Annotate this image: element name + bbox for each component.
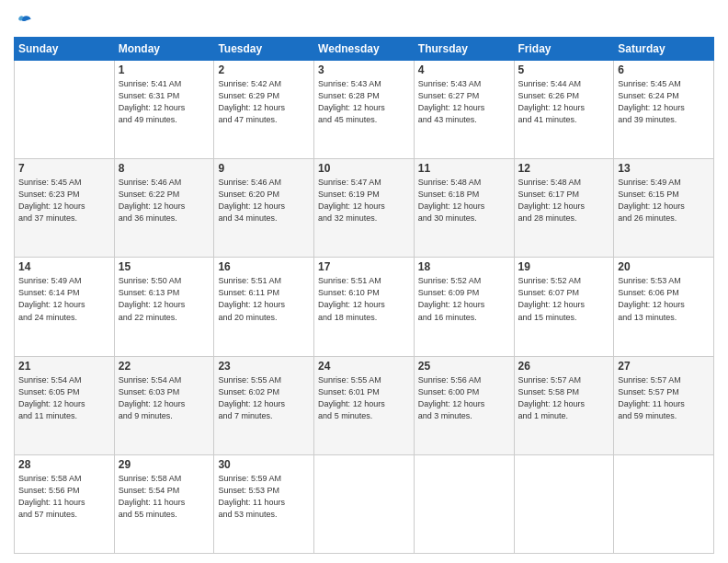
day-info: Sunrise: 5:50 AM Sunset: 6:13 PM Dayligh… (119, 275, 210, 323)
day-number: 24 (318, 360, 410, 373)
day-info: Sunrise: 5:48 AM Sunset: 6:18 PM Dayligh… (418, 177, 510, 224)
calendar-cell: 24Sunrise: 5:55 AM Sunset: 6:01 PM Dayli… (314, 356, 415, 454)
day-info: Sunrise: 5:59 AM Sunset: 5:53 PM Dayligh… (218, 473, 310, 521)
day-info: Sunrise: 5:45 AM Sunset: 6:24 PM Dayligh… (618, 78, 710, 126)
calendar-cell: 26Sunrise: 5:57 AM Sunset: 5:58 PM Dayli… (514, 356, 614, 454)
day-number: 27 (618, 360, 710, 373)
calendar-cell: 14Sunrise: 5:49 AM Sunset: 6:14 PM Dayli… (15, 258, 115, 356)
day-info: Sunrise: 5:42 AM Sunset: 6:29 PM Dayligh… (218, 78, 310, 126)
calendar-cell: 2Sunrise: 5:42 AM Sunset: 6:29 PM Daylig… (214, 61, 314, 159)
calendar-cell: 12Sunrise: 5:48 AM Sunset: 6:17 PM Dayli… (514, 159, 614, 258)
calendar-cell: 6Sunrise: 5:45 AM Sunset: 6:24 PM Daylig… (614, 61, 714, 159)
calendar-header-tuesday: Tuesday (214, 38, 314, 61)
day-number: 7 (18, 162, 110, 175)
calendar-cell: 25Sunrise: 5:56 AM Sunset: 6:00 PM Dayli… (414, 356, 514, 454)
day-info: Sunrise: 5:48 AM Sunset: 6:17 PM Dayligh… (518, 177, 610, 224)
calendar-header-saturday: Saturday (614, 38, 714, 61)
calendar-cell: 11Sunrise: 5:48 AM Sunset: 6:18 PM Dayli… (414, 159, 514, 258)
logo (14, 13, 34, 31)
day-number: 1 (119, 63, 210, 76)
day-info: Sunrise: 5:51 AM Sunset: 6:11 PM Dayligh… (218, 275, 310, 323)
page: SundayMondayTuesdayWednesdayThursdayFrid… (0, 0, 728, 563)
day-number: 20 (618, 260, 710, 273)
day-info: Sunrise: 5:41 AM Sunset: 6:31 PM Dayligh… (119, 78, 210, 126)
day-info: Sunrise: 5:52 AM Sunset: 6:07 PM Dayligh… (518, 275, 610, 323)
day-info: Sunrise: 5:58 AM Sunset: 5:54 PM Dayligh… (119, 473, 210, 521)
calendar-header-friday: Friday (514, 38, 614, 61)
calendar-header-sunday: Sunday (15, 38, 115, 61)
calendar-cell: 19Sunrise: 5:52 AM Sunset: 6:07 PM Dayli… (514, 258, 614, 356)
calendar-header-thursday: Thursday (414, 38, 514, 61)
day-info: Sunrise: 5:54 AM Sunset: 6:05 PM Dayligh… (18, 374, 110, 422)
day-info: Sunrise: 5:43 AM Sunset: 6:27 PM Dayligh… (418, 78, 510, 126)
day-info: Sunrise: 5:57 AM Sunset: 5:57 PM Dayligh… (618, 374, 710, 422)
calendar-cell: 5Sunrise: 5:44 AM Sunset: 6:26 PM Daylig… (514, 61, 614, 159)
calendar-cell: 17Sunrise: 5:51 AM Sunset: 6:10 PM Dayli… (314, 258, 415, 356)
calendar-cell (314, 454, 415, 553)
day-info: Sunrise: 5:49 AM Sunset: 6:14 PM Dayligh… (18, 275, 110, 323)
header (14, 9, 714, 31)
day-number: 30 (218, 458, 310, 471)
calendar-cell: 4Sunrise: 5:43 AM Sunset: 6:27 PM Daylig… (414, 61, 514, 159)
calendar-week-5: 28Sunrise: 5:58 AM Sunset: 5:56 PM Dayli… (15, 454, 714, 553)
calendar-cell: 15Sunrise: 5:50 AM Sunset: 6:13 PM Dayli… (114, 258, 214, 356)
day-number: 4 (418, 63, 510, 76)
day-number: 12 (518, 162, 610, 175)
calendar-cell: 10Sunrise: 5:47 AM Sunset: 6:19 PM Dayli… (314, 159, 415, 258)
day-info: Sunrise: 5:47 AM Sunset: 6:19 PM Dayligh… (318, 177, 410, 224)
calendar-cell: 16Sunrise: 5:51 AM Sunset: 6:11 PM Dayli… (214, 258, 314, 356)
day-info: Sunrise: 5:45 AM Sunset: 6:23 PM Dayligh… (18, 177, 110, 224)
day-number: 6 (618, 63, 710, 76)
day-info: Sunrise: 5:43 AM Sunset: 6:28 PM Dayligh… (318, 78, 410, 126)
day-number: 5 (518, 63, 610, 76)
day-number: 17 (318, 260, 410, 273)
calendar-cell: 1Sunrise: 5:41 AM Sunset: 6:31 PM Daylig… (114, 61, 214, 159)
calendar-cell: 29Sunrise: 5:58 AM Sunset: 5:54 PM Dayli… (114, 454, 214, 553)
day-info: Sunrise: 5:58 AM Sunset: 5:56 PM Dayligh… (18, 473, 110, 521)
day-number: 13 (618, 162, 710, 175)
day-info: Sunrise: 5:49 AM Sunset: 6:15 PM Dayligh… (618, 177, 710, 224)
day-number: 10 (318, 162, 410, 175)
calendar-header-row: SundayMondayTuesdayWednesdayThursdayFrid… (15, 38, 714, 61)
day-number: 9 (218, 162, 310, 175)
calendar-cell (514, 454, 614, 553)
day-info: Sunrise: 5:55 AM Sunset: 6:02 PM Dayligh… (218, 374, 310, 422)
calendar-cell: 8Sunrise: 5:46 AM Sunset: 6:22 PM Daylig… (114, 159, 214, 258)
calendar-cell: 27Sunrise: 5:57 AM Sunset: 5:57 PM Dayli… (614, 356, 714, 454)
calendar-cell: 7Sunrise: 5:45 AM Sunset: 6:23 PM Daylig… (15, 159, 115, 258)
day-info: Sunrise: 5:53 AM Sunset: 6:06 PM Dayligh… (618, 275, 710, 323)
day-number: 3 (318, 63, 410, 76)
day-info: Sunrise: 5:56 AM Sunset: 6:00 PM Dayligh… (418, 374, 510, 422)
day-info: Sunrise: 5:51 AM Sunset: 6:10 PM Dayligh… (318, 275, 410, 323)
calendar-week-1: 1Sunrise: 5:41 AM Sunset: 6:31 PM Daylig… (15, 61, 714, 159)
calendar-cell: 20Sunrise: 5:53 AM Sunset: 6:06 PM Dayli… (614, 258, 714, 356)
calendar-cell (15, 61, 115, 159)
day-number: 25 (418, 360, 510, 373)
calendar-header-wednesday: Wednesday (314, 38, 415, 61)
calendar: SundayMondayTuesdayWednesdayThursdayFrid… (14, 37, 714, 554)
calendar-cell: 18Sunrise: 5:52 AM Sunset: 6:09 PM Dayli… (414, 258, 514, 356)
day-number: 26 (518, 360, 610, 373)
day-number: 28 (18, 458, 110, 471)
day-number: 16 (218, 260, 310, 273)
calendar-cell: 23Sunrise: 5:55 AM Sunset: 6:02 PM Dayli… (214, 356, 314, 454)
day-info: Sunrise: 5:44 AM Sunset: 6:26 PM Dayligh… (518, 78, 610, 126)
logo-bird-icon (16, 13, 34, 31)
calendar-cell: 21Sunrise: 5:54 AM Sunset: 6:05 PM Dayli… (15, 356, 115, 454)
day-number: 29 (119, 458, 210, 471)
calendar-cell: 3Sunrise: 5:43 AM Sunset: 6:28 PM Daylig… (314, 61, 415, 159)
calendar-cell: 9Sunrise: 5:46 AM Sunset: 6:20 PM Daylig… (214, 159, 314, 258)
calendar-cell: 13Sunrise: 5:49 AM Sunset: 6:15 PM Dayli… (614, 159, 714, 258)
day-number: 14 (18, 260, 110, 273)
day-info: Sunrise: 5:46 AM Sunset: 6:20 PM Dayligh… (218, 177, 310, 224)
calendar-week-4: 21Sunrise: 5:54 AM Sunset: 6:05 PM Dayli… (15, 356, 714, 454)
calendar-week-3: 14Sunrise: 5:49 AM Sunset: 6:14 PM Dayli… (15, 258, 714, 356)
day-info: Sunrise: 5:52 AM Sunset: 6:09 PM Dayligh… (418, 275, 510, 323)
day-number: 11 (418, 162, 510, 175)
calendar-header-monday: Monday (114, 38, 214, 61)
day-number: 23 (218, 360, 310, 373)
day-number: 15 (119, 260, 210, 273)
day-info: Sunrise: 5:55 AM Sunset: 6:01 PM Dayligh… (318, 374, 410, 422)
day-number: 2 (218, 63, 310, 76)
calendar-cell (614, 454, 714, 553)
